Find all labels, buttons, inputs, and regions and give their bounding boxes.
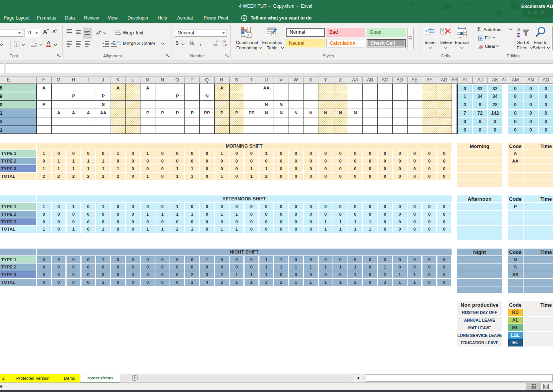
svg-text:A: A: [517, 27, 520, 33]
svg-text:Z: Z: [517, 33, 520, 37]
svg-text:≠: ≠: [247, 33, 250, 37]
